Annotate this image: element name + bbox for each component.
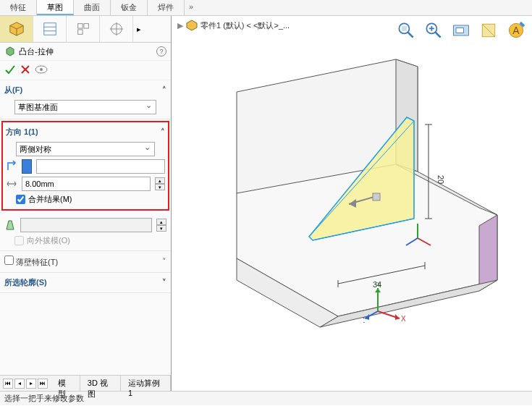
svg-marker-20 (187, 20, 197, 30)
svg-text:Y: Y (376, 282, 381, 288)
depth-icon (6, 178, 17, 190)
motion-tabs: ⏮ ◂ ▸ ⏭ 模型 3D 视图 运动算例 1 (0, 375, 171, 391)
expand-icon[interactable]: ▶ (177, 21, 183, 30)
direction-vector-field[interactable] (36, 159, 165, 174)
spin-up-icon[interactable]: ▴ (155, 177, 165, 184)
merge-checkbox[interactable] (16, 195, 25, 204)
merge-label: 合并结果(M) (28, 194, 72, 205)
svg-text:A: A (512, 25, 520, 36)
selected-contours-label: 所选轮廓(S) (4, 277, 47, 288)
highlight-box: 方向 1(1)˄ 两侧对称 ▴▾ 合并结果(M) (1, 121, 169, 211)
cancel-icon[interactable] (20, 64, 30, 76)
from-section: 从(F)˄ 草图基准面 (0, 80, 171, 119)
tab-model[interactable]: 模型 (51, 376, 80, 391)
heads-up-toolbar: A (396, 20, 526, 42)
chevron-down-icon[interactable]: ˅ (162, 278, 166, 287)
dim-depth: 20 (436, 175, 445, 184)
spin-down-icon[interactable]: ▾ (155, 184, 165, 190)
property-manager: ▸ 凸台-拉伸 ? 从(F)˄ 草图基准面 方向 1(1)˄ 两侧对称 (0, 16, 172, 391)
svg-text:Z: Z (363, 316, 365, 324)
svg-point-17 (40, 68, 43, 71)
svg-rect-7 (77, 24, 82, 28)
svg-marker-19 (7, 221, 14, 229)
svg-rect-9 (77, 30, 82, 34)
svg-line-22 (408, 33, 413, 38)
draft-outward-label: 向外拔模(O) (27, 235, 70, 246)
tab-first-icon[interactable]: ⏮ (3, 379, 13, 389)
feature-title: 凸台-拉伸 (19, 46, 54, 57)
svg-marker-29 (456, 28, 464, 33)
svg-rect-48 (373, 193, 380, 200)
accept-bar (0, 61, 171, 80)
help-icon[interactable]: ? (156, 46, 166, 56)
thin-feature-label: 薄壁特征(T) (16, 258, 58, 266)
svg-marker-59 (395, 314, 400, 320)
svg-marker-65 (365, 314, 369, 320)
status-bar: 选择一把手来修改参数 (0, 391, 532, 405)
draft-icon[interactable] (4, 219, 16, 231)
tab-prev-icon[interactable]: ◂ (14, 379, 25, 389)
command-tabs: 特征 草图 曲面 钣金 焊件 » (0, 0, 532, 16)
manager-overflow[interactable]: ▸ (133, 16, 145, 42)
detailed-preview-icon[interactable] (35, 65, 48, 75)
draft-angle-input (20, 218, 152, 232)
tab-3dview[interactable]: 3D 视图 (80, 376, 121, 391)
spin-down-icon[interactable]: ▾ (156, 225, 166, 232)
reverse-direction-icon[interactable] (6, 161, 17, 172)
flyout-tree[interactable]: ▶ 零件1 (默认) < <默认>_... (177, 20, 290, 31)
tab-features[interactable]: 特征 (0, 0, 37, 15)
svg-rect-4 (43, 23, 56, 35)
draft-outward-row[interactable]: 向外拔模(O) (14, 235, 166, 246)
chevron-up-icon[interactable]: ˄ (161, 127, 165, 137)
svg-marker-62 (375, 288, 381, 292)
chevron-up-icon[interactable]: ˄ (162, 85, 166, 95)
previous-view-icon[interactable] (451, 20, 471, 42)
feature-header: 凸台-拉伸 ? (0, 43, 171, 61)
section-view-icon[interactable] (478, 20, 499, 42)
svg-marker-38 (479, 215, 497, 291)
merge-result-row[interactable]: 合并结果(M) (16, 194, 165, 205)
feature-manager-icon[interactable] (0, 16, 33, 42)
depth-input[interactable] (22, 177, 151, 191)
thin-feature-checkbox[interactable] (4, 255, 14, 265)
reference-triad: X Y Z (363, 282, 407, 326)
zoom-fit-icon[interactable] (396, 20, 416, 42)
graphics-area[interactable]: ▶ 零件1 (默认) < <默认>_... A (172, 16, 532, 391)
extrude-icon (4, 46, 16, 57)
from-dropdown[interactable]: 草图基准面 (14, 100, 156, 114)
svg-rect-23 (402, 26, 407, 31)
draft-outward-checkbox (14, 236, 24, 245)
tab-overflow[interactable]: » (185, 0, 198, 15)
status-text: 选择一把手来修改参数 (4, 394, 84, 402)
part-name: 零件1 (默认) < <默认>_... (200, 20, 290, 31)
zoom-area-icon[interactable] (423, 20, 444, 42)
tab-weldment[interactable]: 焊件 (148, 0, 185, 15)
tab-last-icon[interactable]: ⏭ (38, 379, 48, 389)
dimxpert-manager-icon[interactable] (100, 16, 133, 42)
manager-switch: ▸ (0, 16, 171, 43)
tab-next-icon[interactable]: ▸ (26, 379, 36, 389)
configuration-manager-icon[interactable] (67, 16, 100, 42)
tab-sheetmetal[interactable]: 钣金 (111, 0, 148, 15)
direction-vector-selector[interactable] (22, 159, 32, 174)
accept-icon[interactable] (4, 64, 16, 77)
tab-sketch[interactable]: 草图 (37, 0, 74, 15)
tab-motion[interactable]: 运动算例 1 (121, 376, 171, 391)
direction-label: 方向 1(1) (6, 127, 38, 138)
svg-rect-8 (83, 24, 88, 28)
chevron-down-icon[interactable]: ˅ (162, 257, 166, 266)
spin-up-icon[interactable]: ▴ (156, 219, 166, 225)
svg-line-25 (436, 33, 441, 38)
part-icon (186, 20, 198, 31)
appearance-icon[interactable]: A (506, 20, 526, 42)
end-condition-dropdown[interactable]: 两侧对称 (16, 142, 155, 156)
svg-text:X: X (401, 315, 406, 323)
property-manager-icon[interactable] (33, 16, 67, 42)
svg-marker-13 (7, 47, 14, 56)
from-label: 从(F) (4, 85, 22, 96)
model-render: 20 34 (193, 48, 526, 352)
tab-surface[interactable]: 曲面 (74, 0, 111, 15)
